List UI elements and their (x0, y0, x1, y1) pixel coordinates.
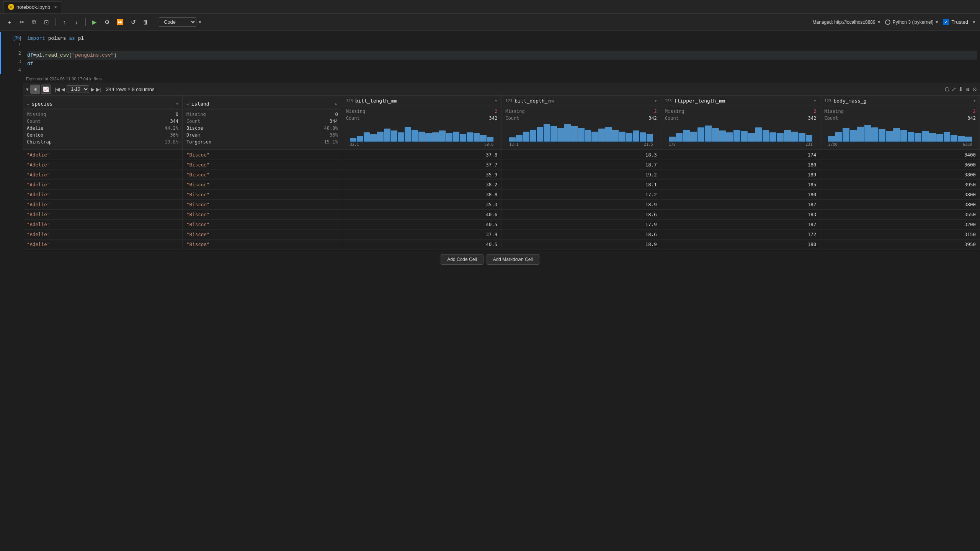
col-sort-island[interactable]: ▲ (334, 101, 338, 106)
table-row: "Adelie" "Biscoe" 40.6 18.6 183 3550 (23, 210, 980, 220)
col-type-body-mass: 123 (824, 99, 831, 103)
toolbar-sep-1 (55, 18, 56, 26)
cell-bill-depth-2: 19.2 (501, 170, 661, 180)
code-cell: [35] 1 2 3 4 import polars as pl df=pl.r… (0, 32, 980, 74)
cell-species-3: "Adelie" (23, 180, 183, 190)
col-type-flipper-length: 123 (665, 99, 672, 103)
cell-type-dropdown[interactable]: Code Markdown (159, 17, 196, 27)
cell-bill-depth-6: 18.6 (501, 210, 661, 220)
col-name-flipper-length: flipper_length_mm (674, 98, 725, 104)
add-cell-button[interactable]: + (5, 17, 15, 27)
df-fullscreen-button[interactable]: ⤢ (952, 86, 956, 92)
df-filter-button[interactable]: ≋ (965, 86, 970, 92)
df-download-button[interactable]: ⬇ (959, 86, 963, 92)
cell-type-chevron[interactable]: ▾ (199, 19, 201, 25)
df-chart-view-button[interactable]: 📈 (41, 85, 51, 94)
col-sort-body-mass[interactable]: ▾ (973, 98, 976, 103)
table-row: "Adelie" "Biscoe" 38.2 18.1 185 3950 (23, 180, 980, 190)
df-prev-page-button[interactable]: ◀ (61, 86, 65, 92)
add-code-cell-button[interactable]: Add Code Cell (441, 254, 483, 265)
table-header: ≡ species ▾ Missing0 Count344 Adelie44.2… (23, 96, 980, 150)
line-num-3: 3 (18, 57, 21, 66)
cell-gutter: [35] 1 2 3 4 (1, 32, 24, 74)
cell-island-6: "Biscoe" (183, 210, 342, 220)
cell-body-mass-8: 3150 (820, 230, 980, 240)
line-num-4: 4 (18, 66, 21, 74)
delete-cell-button[interactable]: 🗑 (140, 17, 151, 27)
cell-body-mass-4: 3800 (820, 190, 980, 200)
cell-bill-length-3: 38.2 (342, 180, 501, 190)
more-options-button[interactable]: ▾ (973, 19, 975, 25)
close-tab-icon[interactable]: × (54, 4, 57, 10)
col-sort-flipper-length[interactable]: ▾ (814, 98, 816, 103)
cell-island-9: "Biscoe" (183, 240, 342, 249)
tab-label: notebook.ipynb (16, 4, 50, 10)
cell-bill-depth-4: 17.2 (501, 190, 661, 200)
table-row: "Adelie" "Biscoe" 37.7 18.7 180 3600 (23, 160, 980, 170)
kernel-server-dropdown[interactable]: ▾ (878, 19, 880, 25)
line-num-2: 2 (18, 49, 21, 57)
cell-flipper-length-6: 183 (661, 210, 820, 220)
col-sort-bill-length[interactable]: ▾ (495, 98, 497, 103)
table-row: "Adelie" "Biscoe" 37.9 18.6 172 3150 (23, 230, 980, 240)
df-first-page-button[interactable]: |◀ (55, 86, 60, 92)
cell-species-8: "Adelie" (23, 230, 183, 240)
cell-code-area[interactable]: import polars as pl df=pl.read_csv("peng… (24, 32, 980, 74)
col-type-species: ≡ (27, 101, 29, 106)
restart-button[interactable]: ↺ (128, 17, 138, 27)
move-down-button[interactable]: ↓ (72, 17, 82, 27)
cell-bill-length-4: 38.8 (342, 190, 501, 200)
move-up-button[interactable]: ↑ (59, 17, 69, 27)
notebook-tab[interactable]: ○ notebook.ipynb × (3, 1, 62, 13)
run-selected-button[interactable]: ▶ (90, 17, 100, 27)
dataframe-table-container: ≡ species ▾ Missing0 Count344 Adelie44.2… (23, 96, 980, 249)
col-stats-body-mass: Missing2 Count342 (820, 106, 980, 150)
col-sort-bill-depth[interactable]: ▾ (655, 98, 657, 103)
kernel-python-info: Python 3 (ipykernel) ▾ (885, 19, 939, 25)
cell-bill-depth-7: 17.9 (501, 220, 661, 230)
code-line-2 (27, 43, 977, 51)
df-pagination-nav: |◀ ◀ 1-10 ▶ ▶| 344 rows × 8 columns (55, 85, 155, 93)
trusted-button[interactable]: ✓ Trusted (943, 19, 968, 25)
run-all-button[interactable]: ⚙ (102, 17, 112, 27)
cell-island-7: "Biscoe" (183, 220, 342, 230)
df-settings-button[interactable]: ⊙ (972, 86, 977, 92)
paste-cell-button[interactable]: ⊡ (41, 17, 51, 27)
df-expand-button[interactable]: ⬡ (945, 86, 949, 92)
dataframe-toolbar: ▾ ⊞ 📈 |◀ ◀ 1-10 ▶ ▶| 344 rows × 8 column… (23, 83, 980, 96)
cell-bill-length-8: 37.9 (342, 230, 501, 240)
cell-species-1: "Adelie" (23, 160, 183, 170)
cell-bill-depth-0: 18.3 (501, 150, 661, 160)
cell-body-mass-2: 3800 (820, 170, 980, 180)
cell-species-7: "Adelie" (23, 220, 183, 230)
histogram-bill-length (346, 122, 498, 142)
df-table-view-button[interactable]: ⊞ (30, 85, 40, 94)
run-all-below-button[interactable]: ⏩ (114, 17, 126, 27)
dataframe-table: ≡ species ▾ Missing0 Count344 Adelie44.2… (23, 96, 980, 249)
cell-species-2: "Adelie" (23, 170, 183, 180)
df-last-page-button[interactable]: ▶| (96, 86, 101, 92)
cell-species-4: "Adelie" (23, 190, 183, 200)
line-numbers: 1 2 3 4 (18, 41, 21, 74)
df-page-select[interactable]: 1-10 (67, 85, 89, 93)
table-row: "Adelie" "Biscoe" 40.5 17.9 187 3200 (23, 220, 980, 230)
hist-range-flipper-length: 172231 (665, 142, 817, 148)
df-collapse-button[interactable]: ▾ (26, 86, 29, 92)
cell-exec-count: [35] (13, 35, 21, 41)
cell-output: ▾ ⊞ 📈 |◀ ◀ 1-10 ▶ ▶| 344 rows × 8 column… (23, 83, 980, 249)
copy-cell-button[interactable]: ⧉ (29, 17, 39, 27)
header-row: ≡ species ▾ Missing0 Count344 Adelie44.2… (23, 96, 980, 150)
col-header-island: ≡ island ▲ Missing0 Count344 Biscoe48.8%… (183, 96, 342, 150)
df-next-page-button[interactable]: ▶ (91, 86, 95, 92)
cell-flipper-length-4: 180 (661, 190, 820, 200)
cut-cell-button[interactable]: ✂ (17, 17, 27, 27)
kernel-python-dropdown[interactable]: ▾ (936, 19, 938, 25)
add-markdown-cell-button[interactable]: Add Markdown Cell (487, 254, 539, 265)
kernel-section: Managed: http://localhost:8889 ▾ Python … (813, 19, 975, 25)
cell-body-mass-7: 3200 (820, 220, 980, 230)
cell-bill-length-2: 35.9 (342, 170, 501, 180)
histogram-flipper-length (665, 122, 817, 142)
col-name-species: species (32, 101, 53, 107)
col-sort-species[interactable]: ▾ (176, 101, 178, 106)
cell-species-5: "Adelie" (23, 200, 183, 210)
